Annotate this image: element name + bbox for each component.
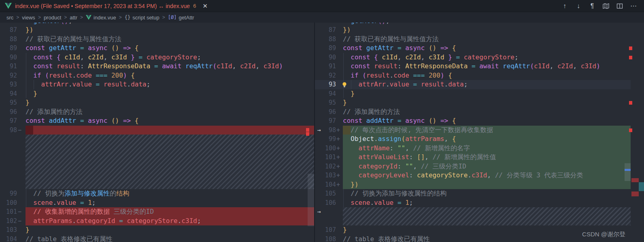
code-line[interactable]: 92 if (result.code === 200) { <box>0 71 314 80</box>
diff-editor-tab[interactable]: index.vue (File Saved • September 17, 20… <box>0 0 213 12</box>
code-line-content[interactable]: categoryId: "", // 三级分类ID <box>343 162 631 171</box>
line-number[interactable]: 105 <box>323 189 336 198</box>
line-number[interactable] <box>0 23 17 25</box>
code-line-content[interactable]: } <box>343 89 631 99</box>
code-line[interactable]: 93 attrArr.value = result.data; <box>0 80 314 89</box>
line-number[interactable]: 104 <box>323 180 336 189</box>
diff-change-arrow-icon[interactable]: → <box>315 207 323 225</box>
breadcrumb-item-product[interactable]: product <box>44 15 61 21</box>
code-line-content[interactable]: getAttr(); <box>26 23 314 25</box>
code-line[interactable]: 104// table 表格修改已有属性 <box>0 235 314 242</box>
code-line-content[interactable]: attrArr.value = result.data; <box>343 80 631 89</box>
code-line-content[interactable]: // 添加属性的方法 <box>343 107 631 117</box>
line-number[interactable]: 91 <box>323 62 336 71</box>
line-number[interactable]: 90 <box>323 53 336 62</box>
code-line[interactable]: 87}) <box>315 25 631 35</box>
code-line-content[interactable]: const getAttr = async () => { <box>26 44 314 53</box>
code-line-content[interactable]: scene.value = 1; <box>343 198 631 208</box>
line-number[interactable]: 96 <box>0 107 17 117</box>
line-number[interactable]: 89 <box>323 44 336 53</box>
line-number[interactable]: 100 <box>0 198 17 208</box>
code-line-content[interactable]: }) <box>343 180 631 189</box>
line-number[interactable]: 93 <box>323 80 336 89</box>
code-line-content[interactable]: attrParams.categoryId = categoryStore.c3… <box>26 217 314 226</box>
line-number[interactable]: 94 <box>323 89 336 99</box>
code-line[interactable]: 94 } <box>315 89 631 99</box>
line-number[interactable]: 95 <box>323 98 336 107</box>
code-line[interactable]: 99+ Object.assign(attrParams, { <box>315 135 631 144</box>
line-number[interactable]: 90 <box>0 53 17 62</box>
code-line-content[interactable]: // table 表格修改已有属性 <box>26 235 314 242</box>
code-line-content[interactable]: } <box>26 225 314 235</box>
code-line[interactable]: 91 const result: AttrResponseData = awai… <box>0 62 314 71</box>
code-line[interactable]: 102+ categoryId: "", // 三级分类ID <box>315 162 631 171</box>
line-number[interactable]: 95 <box>0 98 17 107</box>
code-line[interactable]: 94 } <box>0 89 314 99</box>
code-line[interactable]: 104+ }) <box>315 180 631 189</box>
breadcrumb-item-getAttr[interactable]: [Ø]getAttr <box>168 15 194 21</box>
code-line-content[interactable]: attrValueList: [], // 新增属性的属性值 <box>343 153 631 162</box>
breadcrumb-item-src[interactable]: src <box>6 15 13 21</box>
code-line[interactable]: 91 const result: AttrResponseData = awai… <box>315 62 631 71</box>
line-number[interactable]: 97 <box>323 116 336 126</box>
code-line[interactable]: 100+ attrName: "", // 新增属性的名字 <box>315 144 631 153</box>
code-line[interactable]: 98− <box>0 126 314 135</box>
code-line[interactable]: 100 scene.value = 1; <box>0 198 314 208</box>
line-number[interactable]: 96 <box>323 107 336 117</box>
code-line-content[interactable]: if (result.code === 200) { <box>343 71 631 80</box>
line-number[interactable]: 101 <box>0 207 17 217</box>
code-line-content[interactable]: const result: AttrResponseData = await r… <box>26 62 314 71</box>
code-line-content[interactable]: attrName: "", // 新增属性的名字 <box>343 144 631 153</box>
line-number[interactable]: 108 <box>323 235 336 242</box>
line-number[interactable]: 103 <box>323 171 336 180</box>
code-line-content[interactable]: const { c1Id, c2Id, c3Id } = categorySto… <box>26 53 314 62</box>
line-number[interactable]: 87 <box>323 25 336 35</box>
line-number[interactable]: 92 <box>0 71 17 80</box>
line-number[interactable]: 88 <box>323 35 336 44</box>
line-number[interactable]: 100 <box>323 144 336 153</box>
code-line-content[interactable]: // 每次点击的时候, 先清空一下数据再收集数据 <box>343 126 631 135</box>
code-line[interactable]: 103} <box>0 225 314 235</box>
code-line[interactable]: →98+// 每次点击的时候, 先清空一下数据再收集数据 <box>315 126 631 135</box>
line-number[interactable] <box>323 23 336 25</box>
code-line[interactable]: 103+ categoryLevel: categoryStore.c3Id, … <box>315 171 631 180</box>
line-number[interactable]: 93 <box>0 80 17 89</box>
code-line-content[interactable]: // 获取已有的属性与属性值方法 <box>26 35 314 44</box>
code-line-content[interactable]: const result: AttrResponseData = await r… <box>343 62 631 71</box>
code-line-content[interactable]: // 切换为添加与修改属性的结构 <box>343 189 631 198</box>
line-number[interactable]: 99 <box>0 189 17 198</box>
split-editor-icon[interactable] <box>615 1 625 11</box>
line-number[interactable]: 88 <box>0 35 17 44</box>
line-number[interactable]: 106 <box>323 198 336 208</box>
code-line-content[interactable]: // 切换为添加与修改属性的结构 <box>26 189 314 198</box>
line-number[interactable]: 102 <box>0 217 17 226</box>
code-line-content[interactable]: if (result.code === 200) { <box>26 71 314 80</box>
code-line-content[interactable]: categoryLevel: categoryStore.c3Id, // 分类… <box>343 171 631 180</box>
code-line[interactable]: 87}) <box>0 25 314 35</box>
line-number[interactable]: 92 <box>323 71 336 80</box>
more-actions-icon[interactable]: ⋯ <box>629 1 638 11</box>
code-line[interactable]: 93 attrArr.value = result.data; <box>315 80 631 89</box>
code-line-content[interactable]: // 添加属性的方法 <box>26 107 314 117</box>
line-number[interactable]: 101 <box>323 153 336 162</box>
code-line-content[interactable]: Object.assign(attrParams, { <box>343 135 631 144</box>
code-line[interactable]: 89const getAttr = async () => { <box>315 44 631 53</box>
breadcrumb-item-views[interactable]: views <box>22 15 35 21</box>
nav-down-icon[interactable]: ↓ <box>574 1 583 11</box>
code-line-content[interactable]: } <box>343 98 631 107</box>
code-line[interactable]: 101+ attrValueList: [], // 新增属性的属性值 <box>315 153 631 162</box>
code-line[interactable]: 96// 添加属性的方法 <box>315 107 631 117</box>
line-number[interactable]: 104 <box>0 235 17 242</box>
code-line-content[interactable] <box>26 126 314 135</box>
line-number[interactable] <box>323 207 336 225</box>
code-line[interactable]: 95} <box>0 98 314 107</box>
code-line[interactable]: 101− // 收集新增的属性的数据 三级分类的ID <box>0 207 314 217</box>
code-line-content[interactable]: // 收集新增的属性的数据 三级分类的ID <box>26 207 314 217</box>
code-line-content[interactable]: scene.value = 1; <box>26 198 314 208</box>
line-number[interactable]: 98 <box>0 126 17 135</box>
code-line-content[interactable]: const addAttr = async () => { <box>26 116 314 126</box>
line-number[interactable]: 99 <box>323 135 336 144</box>
code-line[interactable]: 97const addAttr = async () => { <box>0 116 314 126</box>
code-line[interactable]: 89const getAttr = async () => { <box>0 44 314 53</box>
line-number[interactable]: 98 <box>323 126 336 135</box>
